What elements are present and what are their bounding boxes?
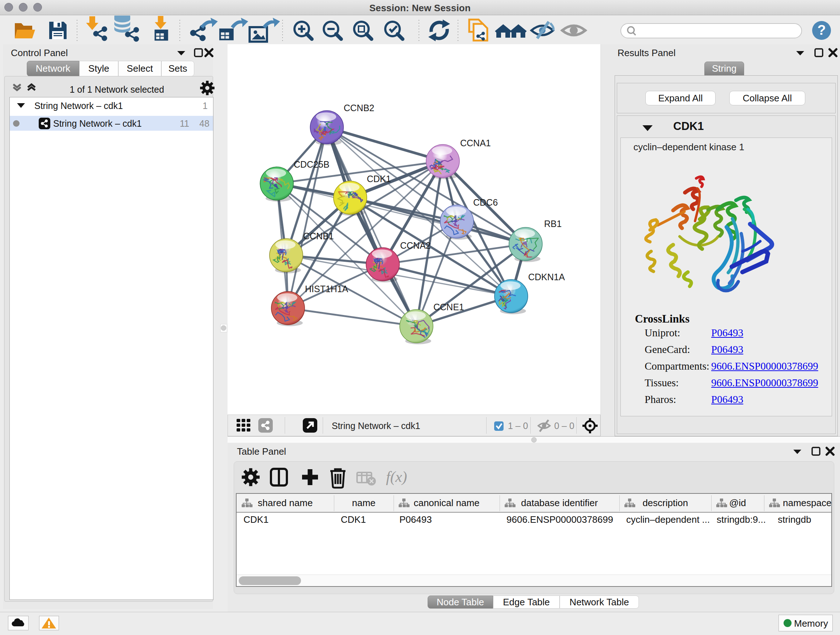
svg-text:f(x): f(x)	[386, 469, 407, 486]
svg-text:CCNA1: CCNA1	[460, 138, 491, 148]
svg-text:1 – 0: 1 – 0	[508, 421, 528, 431]
svg-text:0 – 0: 0 – 0	[554, 421, 575, 431]
svg-text:CCNB2: CCNB2	[344, 103, 374, 113]
svg-text:CDK1: CDK1	[367, 174, 391, 184]
svg-text:?: ?	[817, 22, 826, 38]
svg-text:CCNB1: CCNB1	[303, 231, 334, 241]
svg-text:CDC25B: CDC25B	[294, 159, 330, 169]
svg-text:HIST1H1A: HIST1H1A	[305, 284, 348, 294]
svg-text:CDC6: CDC6	[473, 197, 498, 207]
svg-text:RB1: RB1	[544, 219, 562, 229]
svg-text:CDKN1A: CDKN1A	[528, 272, 565, 282]
svg-text:CCNA2: CCNA2	[400, 241, 431, 250]
svg-text:CCNE1: CCNE1	[433, 302, 464, 312]
